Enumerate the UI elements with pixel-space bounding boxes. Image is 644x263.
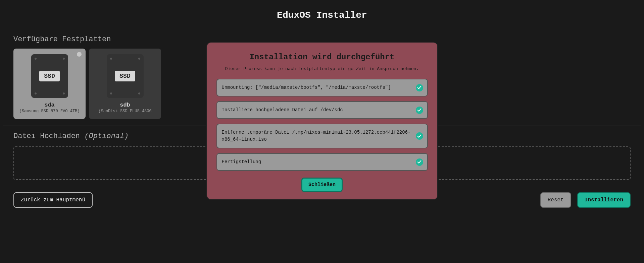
close-button[interactable]: Schließen xyxy=(301,178,343,192)
check-icon xyxy=(416,158,423,166)
install-step: Entferne temporäre Datei /tmp/nixos-mini… xyxy=(216,124,428,148)
install-step: Fertigstellung xyxy=(216,153,428,171)
install-progress-modal: Installation wird durchgeführt Dieser Pr… xyxy=(206,42,438,200)
step-text: Entferne temporäre Datei /tmp/nixos-mini… xyxy=(222,130,411,142)
modal-subtitle: Dieser Prozess kann je nach Festplattent… xyxy=(216,66,428,71)
check-icon xyxy=(416,132,423,140)
step-text: Unmounting: ["/media/maxste/bootfs", "/m… xyxy=(222,85,391,90)
install-step: Unmounting: ["/media/maxste/bootfs", "/m… xyxy=(216,79,428,96)
install-step: Installiere hochgeladene Datei auf /dev/… xyxy=(216,101,428,119)
check-icon xyxy=(416,84,423,91)
step-text: Fertigstellung xyxy=(222,159,261,165)
step-text: Installiere hochgeladene Datei auf /dev/… xyxy=(222,107,343,113)
modal-overlay: Installation wird durchgeführt Dieser Pr… xyxy=(0,0,644,263)
check-icon xyxy=(416,107,423,114)
modal-title: Installation wird durchgeführt xyxy=(216,53,428,62)
